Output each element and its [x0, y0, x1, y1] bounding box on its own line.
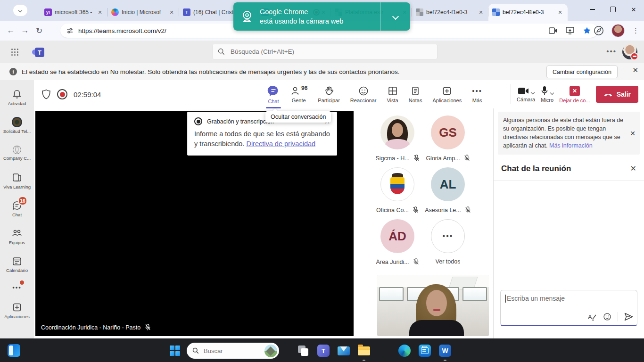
- sidebar-item-equipos[interactable]: Equipos: [0, 224, 34, 249]
- close-icon[interactable]: ✕: [168, 8, 175, 16]
- chrome-menu-icon[interactable]: ⋮: [632, 26, 639, 35]
- banner-close-icon[interactable]: ✕: [632, 66, 638, 74]
- emoji-icon[interactable]: [603, 313, 611, 321]
- maximize-button[interactable]: [603, 0, 623, 19]
- sidebar-item-calendario[interactable]: Calendario: [0, 252, 34, 277]
- task-view-button[interactable]: [296, 344, 310, 358]
- sidebar-item-actividad[interactable]: Actividad: [0, 85, 34, 110]
- camera-in-use-icon[interactable]: [549, 27, 557, 34]
- mic-icon: [541, 86, 548, 96]
- teams-search-input[interactable]: [230, 48, 411, 56]
- tab-search-button[interactable]: [13, 5, 27, 16]
- format-icon[interactable]: A: [588, 313, 597, 321]
- taskbar-fax-icon[interactable]: [418, 344, 432, 358]
- mic-button[interactable]: Micro: [541, 86, 553, 103]
- mic-options-chevron-icon[interactable]: [550, 91, 554, 95]
- site-settings-icon[interactable]: [66, 27, 74, 34]
- performance-leaf-icon[interactable]: [594, 25, 604, 36]
- tab-bef72ec4-1[interactable]: bef72ec4-f1e0-3 ✕: [412, 4, 488, 21]
- maximize-icon: [610, 7, 616, 12]
- back-button[interactable]: ←: [4, 26, 18, 35]
- stop-sharing-button[interactable]: ✕ Dejar de co...: [559, 86, 590, 103]
- leave-meeting-button[interactable]: Salir: [596, 86, 638, 103]
- search-highlight-image[interactable]: [264, 345, 277, 357]
- teams-profile-avatar[interactable]: [622, 44, 637, 59]
- taskbar-mail-icon[interactable]: [337, 344, 351, 358]
- chevron-down-icon: [18, 8, 22, 12]
- message-compose-box[interactable]: A: [500, 290, 637, 326]
- shield-icon[interactable]: [41, 89, 51, 99]
- external-users-notice: Algunas personas de este chat están fuer…: [498, 112, 640, 155]
- mic-off-icon: [464, 155, 470, 162]
- toolbar-chat-button[interactable]: Chat: [262, 80, 285, 108]
- taskbar-word-icon[interactable]: W: [438, 344, 452, 358]
- toolbar-vista-button[interactable]: Vista: [381, 80, 403, 108]
- add-app-icon: [442, 86, 452, 96]
- reload-button[interactable]: ↻: [32, 26, 46, 36]
- toolbar-participar-button[interactable]: Participar: [313, 80, 345, 108]
- forward-button[interactable]: →: [18, 26, 32, 35]
- participant-tile[interactable]: Oficina Co...: [370, 167, 425, 214]
- sidebar-item-more[interactable]: •••: [0, 280, 34, 296]
- teams-icon: T: [183, 8, 190, 16]
- taskbar-search[interactable]: [187, 343, 279, 359]
- teams-header-more-icon[interactable]: •••: [606, 47, 617, 55]
- chat-panel-close-icon[interactable]: ✕: [630, 164, 636, 173]
- toolbar-gente-button[interactable]: 96 Gente: [285, 80, 313, 108]
- camera-options-chevron-icon[interactable]: [531, 90, 535, 94]
- start-button[interactable]: [170, 346, 180, 356]
- send-icon[interactable]: [624, 313, 633, 321]
- sidebar-item-viva-learning[interactable]: Viva Learning: [0, 168, 34, 194]
- close-icon: ✕: [631, 6, 636, 13]
- teams-sidebar: Actividad Solicitud Tel... Company C... …: [0, 80, 34, 338]
- close-icon[interactable]: ✕: [556, 8, 564, 16]
- toolbar-notas-button[interactable]: Notas: [404, 80, 428, 108]
- bookmark-star-icon[interactable]: [583, 26, 591, 35]
- sidebar-item-aplicaciones[interactable]: Aplicaciones: [0, 298, 34, 323]
- tab-microsoft-365[interactable]: y! microsoft 365 - ✕: [41, 4, 107, 21]
- tab-inicio-microsoft[interactable]: Inicio | Microsof ✕: [107, 4, 179, 21]
- books-icon: [11, 173, 23, 183]
- chrome-profile-avatar[interactable]: [611, 24, 625, 37]
- sidebar-item-solicitud[interactable]: Solicitud Tel...: [0, 113, 34, 138]
- tab-title: microsoft 365 -: [55, 9, 93, 16]
- more-info-link[interactable]: Más información: [549, 142, 593, 149]
- toolbar-mas-button[interactable]: ••• Más: [467, 80, 487, 108]
- message-input[interactable]: [505, 294, 616, 303]
- notice-close-icon[interactable]: ✕: [630, 129, 636, 138]
- taskbar-edge-icon[interactable]: [397, 344, 412, 358]
- close-icon[interactable]: ✕: [477, 8, 485, 16]
- sidebar-item-company[interactable]: Company C...: [0, 140, 34, 166]
- toolbar-reaccionar-button[interactable]: Reaccionar: [345, 80, 382, 108]
- app-launcher-waffle-icon[interactable]: [11, 49, 18, 56]
- camera-button[interactable]: Cámara: [517, 87, 535, 102]
- see-all-participants-tile[interactable]: ••• Ver todos: [421, 219, 475, 265]
- close-window-button[interactable]: ✕: [623, 0, 644, 19]
- install-app-icon[interactable]: [566, 27, 574, 34]
- taskbar-teams-icon[interactable]: T: [316, 344, 330, 358]
- minimize-button[interactable]: [582, 0, 603, 19]
- close-icon[interactable]: ✕: [96, 8, 104, 16]
- participant-tile[interactable]: ÁD Área Juridi...: [370, 219, 425, 265]
- meeting-timer: 02:59:04: [74, 90, 101, 99]
- participant-tile[interactable]: AL Asesoria Le...: [421, 167, 475, 214]
- chat-panel-title: Chat de la reunión: [501, 164, 630, 173]
- participant-tile[interactable]: GS Gloria Amp...: [421, 115, 475, 162]
- toolbar-aplicaciones-button[interactable]: Aplicaciones: [427, 80, 467, 108]
- change-settings-button[interactable]: Cambiar configuración: [546, 66, 618, 78]
- camera-usage-notification[interactable]: Google Chrome está usando la cámara web: [233, 2, 410, 31]
- taskbar-search-input[interactable]: [203, 347, 252, 355]
- sidebar-item-chat[interactable]: 16 Chat: [0, 196, 34, 222]
- new-tab-button[interactable]: +: [522, 6, 536, 19]
- participant-tile[interactable]: Sigcma - H...: [370, 115, 425, 162]
- dnd-status-badge: [630, 52, 638, 60]
- notification-expand-button[interactable]: [380, 2, 410, 31]
- self-video-tile[interactable]: [377, 275, 489, 336]
- teams-search-box[interactable]: [212, 44, 438, 59]
- widgets-icon[interactable]: [8, 344, 20, 357]
- apps-icon: [12, 302, 22, 313]
- privacy-policy-link[interactable]: Directiva de privacidad: [246, 140, 315, 148]
- main-video-name: Coordinación Juridica - Nariño - Pasto: [41, 324, 140, 331]
- taskbar-explorer-icon[interactable]: [357, 344, 371, 358]
- notification-app-name: Google Chrome: [260, 7, 343, 16]
